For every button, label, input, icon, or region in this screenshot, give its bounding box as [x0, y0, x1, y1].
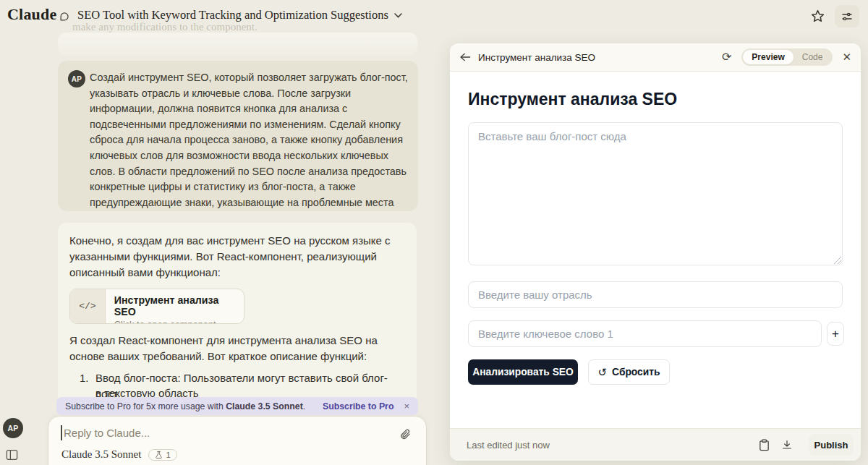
- resize-handle[interactable]: [834, 257, 841, 264]
- code-icon: </>: [70, 289, 106, 323]
- user-message: AP Создай инструмент SEO, который позвол…: [58, 61, 418, 211]
- subscribe-to-pro-link[interactable]: Subscribe to Pro: [323, 401, 393, 411]
- user-avatar: AP: [68, 70, 85, 88]
- account-avatar-button[interactable]: AP: [3, 418, 23, 438]
- artifact-panel: Инструмент анализа SEO ⟳ Preview Code ✕ …: [450, 43, 861, 461]
- artifact-panel-header: Инструмент анализа SEO ⟳ Preview Code ✕: [450, 43, 861, 72]
- assistant-message: Конечно, я создам для вас инструмент SEO…: [58, 223, 417, 405]
- attach-file-button[interactable]: [396, 425, 414, 443]
- blog-post-textarea[interactable]: [468, 122, 843, 265]
- user-message-text: Создай инструмент SEO, который позволяет…: [90, 70, 409, 210]
- reset-icon: ↺: [598, 366, 608, 379]
- model-selector[interactable]: Claude 3.5 Sonnet: [61, 448, 141, 461]
- subscribe-banner: Subscribe to Pro for 5x more usage with …: [56, 397, 418, 415]
- tool-heading: Инструмент анализа SEO: [468, 90, 677, 109]
- star-icon: [810, 9, 825, 24]
- artifact-card-title: Инструмент анализа SEO: [114, 294, 235, 317]
- flask-icon: [155, 451, 163, 459]
- add-keyword-button[interactable]: +: [827, 322, 844, 346]
- banner-close-icon[interactable]: ×: [404, 401, 409, 411]
- back-arrow-icon[interactable]: [459, 52, 471, 62]
- chat-title: SEO Tool with Keyword Tracking and Optim…: [77, 8, 388, 22]
- sidebar-toggle-button[interactable]: [6, 449, 18, 461]
- assistant-summary: Я создал React-компонент для инструмента…: [69, 333, 396, 364]
- assistant-intro: Конечно, я создам для вас инструмент SEO…: [69, 233, 404, 281]
- artifact-title: Инструмент анализа SEO: [478, 52, 595, 63]
- publish-button[interactable]: Publish: [809, 434, 854, 456]
- copy-clipboard-icon[interactable]: [759, 439, 770, 451]
- faded-scrolled-text: make any modifications to the component.: [72, 21, 258, 33]
- reset-button[interactable]: ↺ Сбросить: [588, 359, 670, 385]
- keyword-input[interactable]: [468, 320, 822, 347]
- refresh-icon[interactable]: ⟳: [722, 51, 731, 63]
- preview-code-toggle: Preview Code: [741, 48, 833, 66]
- artifact-card-subtitle: Click to open component: [114, 319, 235, 324]
- star-button[interactable]: [809, 8, 826, 25]
- sliders-icon: [841, 10, 854, 23]
- faded-scrolled-block: [58, 33, 417, 56]
- paperclip-icon: [399, 428, 412, 440]
- claude-logo: Claude: [7, 5, 56, 24]
- settings-sliders-button[interactable]: [835, 5, 859, 27]
- artifact-panel-footer: Last edited just now Publish: [450, 428, 861, 461]
- chevron-down-icon: [394, 13, 402, 18]
- chat-title-menu[interactable]: SEO Tool with Keyword Tracking and Optim…: [59, 8, 402, 22]
- close-icon[interactable]: ✕: [842, 51, 851, 64]
- reply-input[interactable]: Reply to Claude...: [64, 427, 150, 439]
- analyze-seo-button[interactable]: Анализировать SEO: [468, 359, 578, 385]
- download-icon[interactable]: [781, 439, 793, 451]
- artifact-preview: Инструмент анализа SEO + Анализировать S…: [450, 72, 861, 428]
- tab-preview[interactable]: Preview: [743, 50, 793, 64]
- industry-input[interactable]: [468, 281, 843, 308]
- banner-text: Subscribe to Pro for 5x more usage with …: [65, 401, 305, 411]
- text-caret: [61, 425, 62, 440]
- artifact-card[interactable]: </> Инструмент анализа SEO Click to open…: [69, 289, 244, 324]
- tab-code[interactable]: Code: [793, 50, 832, 64]
- usage-badge[interactable]: 1: [148, 449, 176, 461]
- chat-compose-icon: [59, 9, 72, 22]
- reply-composer[interactable]: Reply to Claude... Claude 3.5 Sonnet 1: [48, 416, 427, 465]
- sidebar-toggle-icon: [6, 449, 18, 461]
- last-edited-status: Last edited just now: [467, 440, 550, 451]
